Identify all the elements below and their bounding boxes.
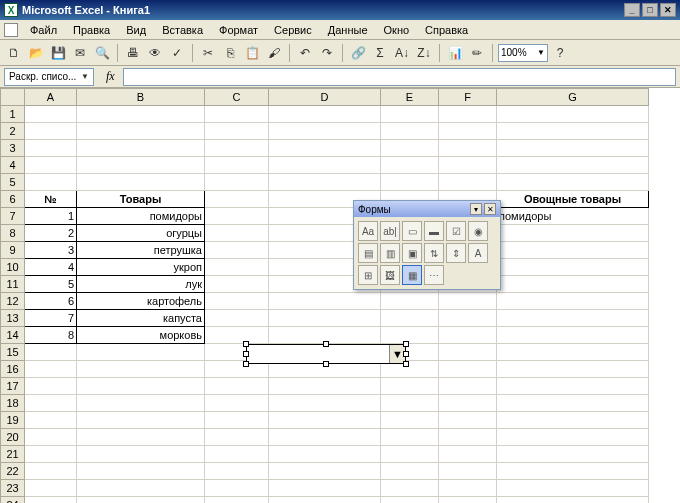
cell-D24[interactable] (269, 497, 381, 504)
cell-A20[interactable] (25, 429, 77, 446)
cell-C7[interactable] (205, 208, 269, 225)
cell-D13[interactable] (269, 310, 381, 327)
sort-asc-button[interactable]: A↓ (392, 43, 412, 63)
cell-D21[interactable] (269, 446, 381, 463)
cell-G9[interactable] (497, 242, 649, 259)
minimize-button[interactable]: _ (624, 3, 640, 17)
cell-B6[interactable]: Товары (77, 191, 205, 208)
forms-tool-ab|[interactable]: ab| (380, 221, 400, 241)
drawing-button[interactable]: ✏ (467, 43, 487, 63)
row-header-18[interactable]: 18 (1, 395, 25, 412)
cell-A10[interactable]: 4 (25, 259, 77, 276)
column-header-C[interactable]: C (205, 89, 269, 106)
cell-D18[interactable] (269, 395, 381, 412)
cell-D17[interactable] (269, 378, 381, 395)
cell-C19[interactable] (205, 412, 269, 429)
cell-G22[interactable] (497, 463, 649, 480)
cell-E12[interactable] (381, 293, 439, 310)
spreadsheet-grid[interactable]: ABCDEFG123456№ТоварыОвощные товары71поми… (0, 88, 649, 503)
cell-A8[interactable]: 2 (25, 225, 77, 242)
forms-tool-Aa[interactable]: Aa (358, 221, 378, 241)
name-box[interactable]: Раскр. списо... ▼ (4, 68, 94, 86)
cell-B17[interactable] (77, 378, 205, 395)
resize-handle[interactable] (243, 361, 249, 367)
column-header-D[interactable]: D (269, 89, 381, 106)
cell-A13[interactable]: 7 (25, 310, 77, 327)
column-header-E[interactable]: E (381, 89, 439, 106)
cell-A22[interactable] (25, 463, 77, 480)
cell-F1[interactable] (439, 106, 497, 123)
cell-A24[interactable] (25, 497, 77, 504)
forms-toolbar-dropdown[interactable]: ▾ (470, 203, 482, 215)
cell-G1[interactable] (497, 106, 649, 123)
cell-G18[interactable] (497, 395, 649, 412)
menu-format[interactable]: Формат (211, 22, 266, 38)
cell-E17[interactable] (381, 378, 439, 395)
forms-tool-frame[interactable]: ▣ (402, 243, 422, 263)
cell-C2[interactable] (205, 123, 269, 140)
cell-A14[interactable]: 8 (25, 327, 77, 344)
cell-A21[interactable] (25, 446, 77, 463)
cell-C18[interactable] (205, 395, 269, 412)
menu-insert[interactable]: Вставка (154, 22, 211, 38)
row-header-3[interactable]: 3 (1, 140, 25, 157)
row-header-16[interactable]: 16 (1, 361, 25, 378)
cell-B9[interactable]: петрушка (77, 242, 205, 259)
cell-F19[interactable] (439, 412, 497, 429)
cell-B20[interactable] (77, 429, 205, 446)
cell-F14[interactable] (439, 327, 497, 344)
mail-button[interactable]: ✉ (70, 43, 90, 63)
cell-F12[interactable] (439, 293, 497, 310)
cell-B5[interactable] (77, 174, 205, 191)
forms-tool-spinner[interactable]: ⇕ (446, 243, 466, 263)
cell-D12[interactable] (269, 293, 381, 310)
cell-A7[interactable]: 1 (25, 208, 77, 225)
cell-C23[interactable] (205, 480, 269, 497)
undo-button[interactable]: ↶ (295, 43, 315, 63)
cell-B3[interactable] (77, 140, 205, 157)
row-header-4[interactable]: 4 (1, 157, 25, 174)
row-header-15[interactable]: 15 (1, 344, 25, 361)
row-header-6[interactable]: 6 (1, 191, 25, 208)
cell-F4[interactable] (439, 157, 497, 174)
forms-tool-label[interactable]: A (468, 243, 488, 263)
column-header-G[interactable]: G (497, 89, 649, 106)
cell-F23[interactable] (439, 480, 497, 497)
cell-F22[interactable] (439, 463, 497, 480)
cell-F16[interactable] (439, 361, 497, 378)
row-header-12[interactable]: 12 (1, 293, 25, 310)
resize-handle[interactable] (403, 341, 409, 347)
menu-tools[interactable]: Сервис (266, 22, 320, 38)
cell-C13[interactable] (205, 310, 269, 327)
cell-F17[interactable] (439, 378, 497, 395)
resize-handle[interactable] (323, 361, 329, 367)
maximize-button[interactable]: □ (642, 3, 658, 17)
cell-G17[interactable] (497, 378, 649, 395)
cell-D2[interactable] (269, 123, 381, 140)
cell-G24[interactable] (497, 497, 649, 504)
autosum-button[interactable]: Σ (370, 43, 390, 63)
fx-icon[interactable]: fx (106, 69, 115, 84)
cell-C6[interactable] (205, 191, 269, 208)
row-header-14[interactable]: 14 (1, 327, 25, 344)
row-header-20[interactable]: 20 (1, 429, 25, 446)
cell-C3[interactable] (205, 140, 269, 157)
cell-G13[interactable] (497, 310, 649, 327)
row-header-11[interactable]: 11 (1, 276, 25, 293)
cell-F3[interactable] (439, 140, 497, 157)
cell-G20[interactable] (497, 429, 649, 446)
forms-tool-button[interactable]: ▬ (424, 221, 444, 241)
forms-tool-radio[interactable]: ◉ (468, 221, 488, 241)
cell-A23[interactable] (25, 480, 77, 497)
cell-C24[interactable] (205, 497, 269, 504)
cell-D22[interactable] (269, 463, 381, 480)
cell-E24[interactable] (381, 497, 439, 504)
cell-B13[interactable]: капуста (77, 310, 205, 327)
cell-B24[interactable] (77, 497, 205, 504)
cell-A11[interactable]: 5 (25, 276, 77, 293)
paste-button[interactable]: 📋 (242, 43, 262, 63)
cell-C9[interactable] (205, 242, 269, 259)
cell-G8[interactable] (497, 225, 649, 242)
cell-A15[interactable] (25, 344, 77, 361)
cell-B10[interactable]: укроп (77, 259, 205, 276)
